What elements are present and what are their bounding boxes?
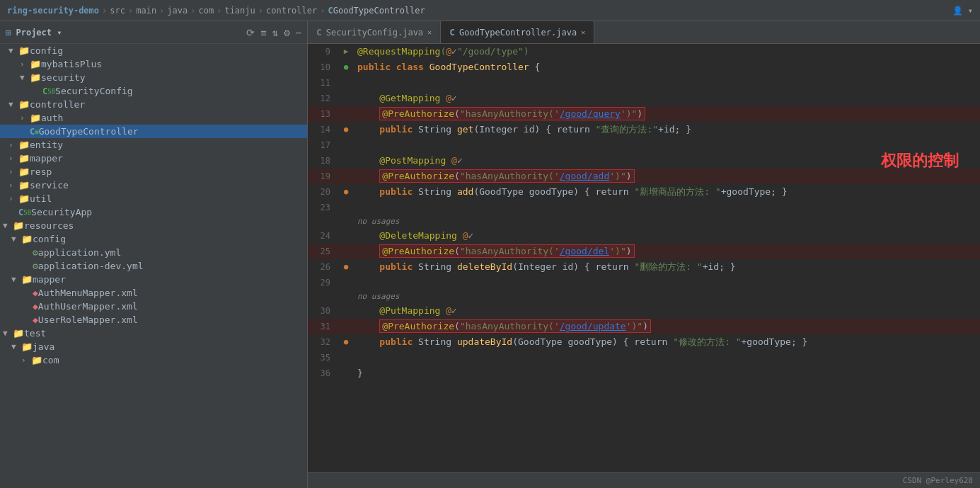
line-number: 19 — [308, 169, 338, 184]
no-usages-label-1: no usages — [354, 215, 980, 228]
bc-com: com — [198, 6, 214, 16]
xml-icon: ◆ — [33, 314, 38, 325]
item-label: mapper — [33, 274, 66, 285]
line-content-32: public String updateById(GoodType goodTy… — [354, 334, 980, 350]
item-label: SecurityConfig — [55, 86, 133, 96]
folder-icon: 📁 — [18, 166, 30, 177]
sidebar-item-security[interactable]: ▼ 📁 security — [0, 71, 307, 84]
sep2: › — [128, 6, 133, 16]
bc-tianju: tianju — [224, 6, 255, 16]
sidebar-item-application-yml[interactable]: ⚙ application.yml — [0, 246, 307, 259]
tab-java-icon: C — [316, 27, 322, 38]
line-number: 10 — [308, 59, 338, 75]
tab-close-icon[interactable]: ✕ — [427, 28, 432, 36]
item-label: application.yml — [38, 247, 121, 258]
gutter-override2: ● — [344, 184, 349, 200]
sidebar-item-test[interactable]: ▼ 📁 test — [0, 327, 307, 340]
line-number: 17 — [308, 137, 338, 153]
user-icon[interactable]: 👤 ▾ — [952, 6, 973, 16]
gutter-20: ● — [338, 184, 354, 200]
gutter-override4: ● — [344, 334, 349, 350]
line-content-31: @PreAuthorize("hasAnyAuthority('/good/up… — [354, 319, 980, 334]
bc-class: GoodTypeController — [333, 6, 425, 16]
code-line-nousages2: – no usages — [308, 290, 980, 303]
item-label: auth — [41, 113, 63, 123]
line-number: 11 — [308, 75, 338, 91]
sidebar-item-resp[interactable]: › 📁 resp — [0, 165, 307, 178]
folder-icon: 📁 — [18, 193, 30, 204]
sidebar-item-securityapp[interactable]: C SB SecurityApp — [0, 205, 307, 219]
code-line-19: 19 @PreAuthorize("hasAnyAuthority('/good… — [308, 169, 980, 184]
line-content-26: public String deleteById(Integer id) { r… — [354, 259, 980, 275]
editor-area: C SecurityConfig.java ✕ C GoodTypeContro… — [308, 21, 980, 488]
minus-icon[interactable]: − — [296, 27, 301, 38]
gutter-override3: ● — [344, 259, 349, 275]
sidebar-item-userrole-mapper[interactable]: ◆ UserRoleMapper.xml — [0, 313, 307, 327]
line-content-9: @RequestMapping(@✓"/good/type") — [354, 44, 980, 59]
sidebar-item-application-dev-yml[interactable]: ⚙ application-dev.yml — [0, 259, 307, 273]
sep6: › — [258, 6, 263, 16]
line-number: – — [308, 215, 338, 228]
item-label: SecurityApp — [31, 207, 92, 217]
sidebar-item-securityconfig[interactable]: C SB SecurityConfig — [0, 84, 307, 98]
sidebar-item-util[interactable]: › 📁 util — [0, 192, 307, 205]
tab-java-c-icon: C — [449, 27, 455, 38]
sidebar-item-authuser-mapper[interactable]: ◆ AuthUserMapper.xml — [0, 300, 307, 313]
sep3: › — [159, 6, 164, 16]
bc-icon: C — [328, 6, 333, 16]
java-icon: C — [18, 208, 23, 217]
sidebar-item-config[interactable]: ▼ 📁 config — [0, 44, 307, 57]
code-editor[interactable]: 9 ▶ @RequestMapping(@✓"/good/type") 10 ●… — [308, 44, 980, 472]
gutter-override: ● — [344, 122, 349, 137]
bc-controller: controller — [266, 6, 317, 16]
sidebar-item-mybatisplus[interactable]: › 📁 mybatisPlus — [0, 57, 307, 71]
line-content-36: } — [354, 365, 980, 381]
sidebar-item-resources-config[interactable]: ▼ 📁 config — [0, 232, 307, 246]
line-content-12: @GetMapping @✓ — [354, 91, 980, 106]
sidebar-item-mapper[interactable]: › 📁 mapper — [0, 152, 307, 165]
code-line-25: 25 @PreAuthorize("hasAnyAuthority('/good… — [308, 244, 980, 259]
sidebar-item-test-java[interactable]: ▼ 📁 java — [0, 340, 307, 353]
sidebar-item-controller[interactable]: ▼ 📁 controller — [0, 98, 307, 111]
project-name[interactable]: ring-security-demo — [7, 6, 99, 16]
line-content-14: public String get(Integer id) { return "… — [354, 122, 980, 137]
gutter-bean: ● — [344, 59, 349, 75]
sb-badge: SB — [47, 88, 55, 95]
sidebar-item-auth[interactable]: › 📁 auth — [0, 111, 307, 125]
expand-arrow: › — [20, 113, 28, 123]
sidebar-item-entity[interactable]: › 📁 entity — [0, 138, 307, 152]
line-content-10: public class GoodTypeController { — [354, 59, 980, 75]
tab-securityconfig[interactable]: C SecurityConfig.java ✕ — [308, 21, 441, 43]
sidebar-item-authmenu-mapper[interactable]: ◆ AuthMenuMapper.xml — [0, 286, 307, 300]
sidebar-item-test-java-com[interactable]: › 📁 com — [0, 353, 307, 367]
tab-close-icon[interactable]: ✕ — [581, 28, 585, 36]
line-number: 18 — [308, 153, 338, 169]
item-label: entity — [30, 140, 63, 150]
xml-icon: ◆ — [33, 288, 38, 298]
sync-icon[interactable]: ⟳ — [246, 27, 255, 38]
expand-arrow: › — [20, 59, 28, 69]
sep1: › — [102, 6, 107, 16]
collapse-icon[interactable]: ≡ — [260, 27, 266, 38]
code-line-24: 24 @DeleteMapping @✓ — [308, 228, 980, 244]
sort-icon[interactable]: ⇅ — [272, 27, 278, 38]
line-content-25: @PreAuthorize("hasAnyAuthority('/good/de… — [354, 244, 980, 259]
code-lines: 9 ▶ @RequestMapping(@✓"/good/type") 10 ●… — [308, 44, 980, 472]
tab-label: SecurityConfig.java — [326, 28, 423, 38]
item-label: application-dev.yml — [38, 261, 144, 271]
sidebar-item-goodtypecontroller[interactable]: C ● GoodTypeController — [0, 125, 307, 138]
yaml-icon: ⚙ — [33, 247, 38, 258]
item-label: java — [33, 341, 54, 352]
sidebar-item-resources-mapper[interactable]: ▼ 📁 mapper — [0, 273, 307, 286]
tab-goodtypecontroller[interactable]: C GoodTypeController.java ✕ — [441, 21, 594, 43]
code-line-23: 23 — [308, 200, 980, 215]
expand-arrow: ▼ — [8, 100, 17, 109]
sidebar-icons[interactable]: ⟳ ≡ ⇅ ⚙ − — [246, 27, 301, 38]
sidebar-item-resources[interactable]: ▼ 📁 resources — [0, 219, 307, 232]
code-line-18: 18 @PostMapping @✓ — [308, 153, 980, 169]
sidebar: ⊞ Project ▾ ⟳ ≡ ⇅ ⚙ − ▼ 📁 config — [0, 21, 308, 488]
sidebar-label: Project ▾ — [16, 28, 62, 38]
sidebar-item-service[interactable]: › 📁 service — [0, 178, 307, 192]
gear-icon[interactable]: ⚙ — [284, 27, 289, 38]
code-line-20: 20 ● public String add(GoodType goodType… — [308, 184, 980, 200]
